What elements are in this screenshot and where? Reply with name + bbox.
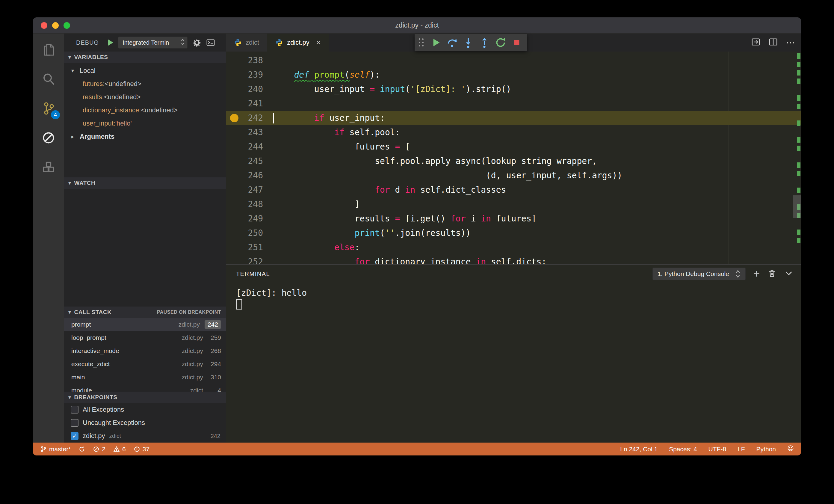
editor-gutter[interactable]: 245 — [226, 154, 274, 169]
extensions-icon[interactable] — [37, 156, 60, 179]
editor-gutter[interactable]: 243 — [226, 125, 274, 140]
variable-row[interactable]: user_input: 'hello' — [64, 117, 226, 130]
continue-button[interactable] — [429, 35, 443, 50]
step-over-button[interactable] — [444, 35, 460, 50]
code-line-249[interactable]: 249 results = [i.get() for i in futures] — [226, 212, 801, 226]
variable-row[interactable]: futures: <undefined> — [64, 77, 226, 90]
restart-button[interactable] — [493, 35, 508, 50]
scope-local-row[interactable]: ▾ Local — [64, 64, 226, 77]
code-line-246[interactable]: 246 (d, user_input, self.args)) — [226, 169, 801, 183]
open-changes-icon[interactable] — [751, 38, 760, 48]
more-actions-icon[interactable]: ⋯ — [786, 38, 795, 47]
breakpoint-row[interactable]: All Exceptions — [64, 403, 226, 416]
code-line-247[interactable]: 247 for d in self.dict_classes — [226, 183, 801, 197]
code-line-242[interactable]: 242 if user_input: — [226, 111, 801, 125]
start-debug-icon[interactable] — [108, 39, 113, 46]
explorer-icon[interactable] — [37, 38, 60, 61]
code-line-244[interactable]: 244 futures = [ — [226, 140, 801, 154]
variable-row[interactable]: results: <undefined> — [64, 90, 226, 104]
kill-terminal-icon[interactable] — [768, 269, 776, 279]
stop-button[interactable] — [509, 35, 524, 50]
editor-gutter[interactable]: 249 — [226, 212, 274, 226]
tab-zdict-py[interactable]: zdict.py × — [267, 34, 329, 51]
encoding[interactable]: UTF-8 — [708, 445, 726, 453]
terminal-output[interactable]: [zDict]: hello — [226, 283, 801, 311]
editor-gutter[interactable]: 242 — [226, 111, 274, 125]
call-stack-frame[interactable]: promptzdict.py242 — [64, 318, 226, 331]
scope-arguments-row[interactable]: ▸ Arguments — [64, 130, 226, 143]
source-control-icon[interactable]: 4 — [37, 97, 60, 120]
code-line-251[interactable]: 251 else: — [226, 240, 801, 255]
warning-count[interactable]: 6 — [113, 445, 126, 453]
call-stack-frame[interactable]: mainzdict.py310 — [64, 371, 226, 384]
call-stack-frame[interactable]: modulezdict4 — [64, 384, 226, 392]
editor-gutter[interactable]: 250 — [226, 226, 274, 240]
editor-gutter[interactable]: 248 — [226, 197, 274, 212]
vertical-scrollbar[interactable] — [793, 195, 801, 218]
title-bar[interactable]: zdict.py - zdict — [33, 17, 801, 34]
eol-sequence[interactable]: LF — [738, 445, 745, 453]
cursor-position[interactable]: Ln 242, Col 1 — [620, 445, 658, 453]
debug-console-icon[interactable] — [206, 38, 215, 47]
search-icon[interactable] — [37, 68, 60, 90]
language-mode[interactable]: Python — [756, 445, 776, 453]
split-editor-icon[interactable] — [769, 38, 778, 48]
variables-section-header[interactable]: ▾ VARIABLES — [64, 51, 226, 63]
variable-row[interactable]: dictionary_instance: <undefined> — [64, 104, 226, 117]
step-into-button[interactable] — [461, 35, 476, 50]
indentation[interactable]: Spaces: 4 — [669, 445, 697, 453]
call-stack-frame[interactable]: interactive_modezdict.py268 — [64, 344, 226, 357]
code-line-241[interactable]: 241 — [226, 96, 801, 111]
feedback-smiley-icon[interactable] — [787, 445, 794, 453]
code-line-240[interactable]: 240 user_input = input('[zDict]: ').stri… — [226, 82, 801, 96]
breakpoint-checkbox[interactable]: ✓ — [71, 432, 79, 440]
git-branch-status[interactable]: master* — [40, 445, 71, 453]
step-out-button[interactable] — [477, 35, 492, 50]
editor-gutter[interactable]: 241 — [226, 96, 274, 111]
editor-gutter[interactable]: 244 — [226, 140, 274, 154]
debug-config-select[interactable]: Integrated Termin — [118, 37, 188, 48]
code-line-239[interactable]: 239 def prompt(self): — [226, 68, 801, 82]
toolbar-drag-handle[interactable] — [419, 38, 424, 47]
panel-tab-terminal[interactable]: TERMINAL — [236, 270, 270, 278]
breakpoint-checkbox[interactable] — [71, 406, 79, 414]
minimize-window-button[interactable] — [52, 22, 59, 29]
call-stack-frame[interactable]: execute_zdictzdict.py294 — [64, 357, 226, 371]
info-count[interactable]: 37 — [134, 445, 150, 453]
call-stack-frame[interactable]: loop_promptzdict.py259 — [64, 331, 226, 344]
breakpoints-section-header[interactable]: ▾ BREAKPOINTS — [64, 392, 226, 403]
new-terminal-icon[interactable]: + — [753, 268, 760, 279]
debug-icon[interactable] — [37, 127, 60, 149]
breakpoint-dot[interactable] — [230, 114, 239, 122]
editor-gutter[interactable]: 247 — [226, 183, 274, 197]
zoom-window-button[interactable] — [64, 22, 70, 29]
code-line-250[interactable]: 250 print(''.join(results)) — [226, 226, 801, 240]
editor-gutter[interactable]: 240 — [226, 82, 274, 96]
code-line-252[interactable]: 252 for dictionary_instance in self.dict… — [226, 255, 801, 264]
collapse-panel-icon[interactable] — [784, 269, 793, 279]
editor-gutter[interactable]: 252 — [226, 255, 274, 264]
close-tab-icon[interactable]: × — [316, 38, 321, 47]
code-line-238[interactable]: 238 — [226, 53, 801, 68]
watch-section-header[interactable]: ▾ WATCH — [64, 177, 226, 189]
breakpoint-row[interactable]: Uncaught Exceptions — [64, 416, 226, 430]
editor-gutter[interactable]: 251 — [226, 240, 274, 255]
editor-gutter[interactable]: 239 — [226, 68, 274, 82]
tab-zdict[interactable]: zdict — [226, 34, 267, 51]
configure-gear-icon[interactable] — [192, 38, 201, 47]
frame-function: prompt — [71, 321, 91, 328]
terminal-instance-select[interactable]: 1: Python Debug Console — [653, 268, 746, 280]
overview-ruler[interactable] — [793, 51, 801, 264]
sync-status[interactable] — [79, 446, 85, 453]
call-stack-section-header[interactable]: ▾ CALL STACK PAUSED ON BREAKPOINT — [64, 307, 226, 318]
breakpoint-checkbox[interactable] — [71, 419, 79, 427]
code-line-243[interactable]: 243 if self.pool: — [226, 125, 801, 140]
code-editor[interactable]: 238239 def prompt(self):240 user_input =… — [226, 51, 801, 264]
editor-gutter[interactable]: 246 — [226, 169, 274, 183]
code-line-245[interactable]: 245 self.pool.apply_async(lookup_string_… — [226, 154, 801, 169]
close-window-button[interactable] — [41, 22, 47, 29]
breakpoint-row[interactable]: ✓zdict.pyzdict242 — [64, 430, 226, 443]
editor-gutter[interactable]: 238 — [226, 53, 274, 68]
code-line-248[interactable]: 248 ] — [226, 197, 801, 212]
error-count[interactable]: 2 — [93, 445, 106, 453]
